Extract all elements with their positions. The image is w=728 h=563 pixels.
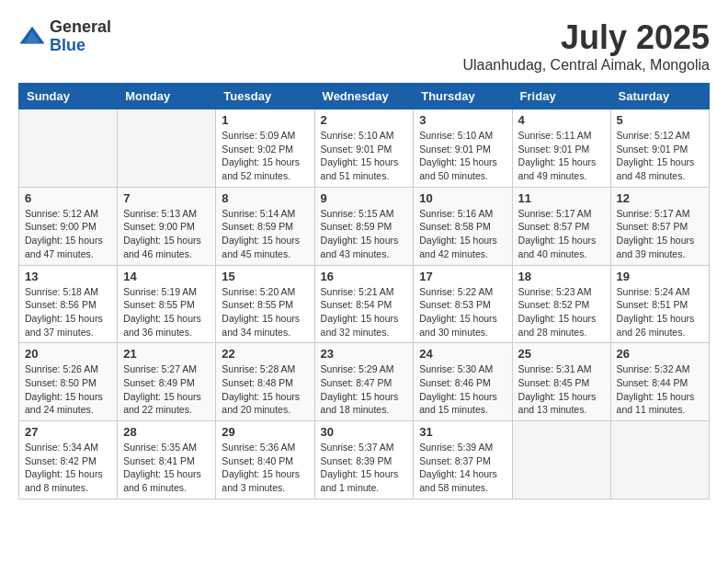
day-number: 16 [321, 270, 408, 283]
calendar-cell: 8Sunrise: 5:14 AM Sunset: 8:59 PM Daylig… [216, 187, 314, 265]
logo-blue-text: Blue [50, 37, 111, 55]
day-number: 18 [518, 270, 605, 283]
calendar-cell: 29Sunrise: 5:36 AM Sunset: 8:40 PM Dayli… [216, 421, 314, 500]
calendar-cell [610, 421, 709, 500]
weekday-header-tuesday: Tuesday [216, 84, 314, 109]
calendar-cell: 28Sunrise: 5:35 AM Sunset: 8:41 PM Dayli… [118, 421, 216, 500]
calendar-cell: 19Sunrise: 5:24 AM Sunset: 8:51 PM Dayli… [610, 265, 709, 343]
day-info: Sunrise: 5:31 AM Sunset: 8:45 PM Dayligh… [518, 362, 605, 417]
day-info: Sunrise: 5:28 AM Sunset: 8:48 PM Dayligh… [222, 362, 308, 417]
calendar-week-4: 20Sunrise: 5:26 AM Sunset: 8:50 PM Dayli… [19, 343, 710, 421]
day-info: Sunrise: 5:16 AM Sunset: 8:58 PM Dayligh… [419, 207, 506, 261]
day-number: 14 [123, 270, 210, 283]
day-number: 19 [617, 270, 703, 283]
day-info: Sunrise: 5:19 AM Sunset: 8:55 PM Dayligh… [123, 285, 210, 339]
day-number: 28 [123, 425, 210, 439]
day-number: 27 [25, 425, 111, 439]
weekday-header-wednesday: Wednesday [314, 84, 414, 109]
day-number: 7 [123, 191, 210, 205]
calendar-cell: 2Sunrise: 5:10 AM Sunset: 9:01 PM Daylig… [314, 109, 414, 188]
day-info: Sunrise: 5:24 AM Sunset: 8:51 PM Dayligh… [617, 285, 703, 339]
calendar-cell: 7Sunrise: 5:13 AM Sunset: 9:00 PM Daylig… [118, 187, 216, 265]
calendar-cell: 24Sunrise: 5:30 AM Sunset: 8:46 PM Dayli… [414, 343, 512, 421]
calendar-cell: 1Sunrise: 5:09 AM Sunset: 9:02 PM Daylig… [216, 109, 314, 188]
day-info: Sunrise: 5:18 AM Sunset: 8:56 PM Dayligh… [25, 285, 111, 339]
calendar-cell: 30Sunrise: 5:37 AM Sunset: 8:39 PM Dayli… [314, 421, 414, 500]
day-info: Sunrise: 5:14 AM Sunset: 8:59 PM Dayligh… [222, 207, 308, 261]
day-info: Sunrise: 5:26 AM Sunset: 8:50 PM Dayligh… [25, 362, 111, 417]
day-number: 3 [419, 113, 506, 127]
weekday-header-row: SundayMondayTuesdayWednesdayThursdayFrid… [19, 84, 710, 109]
logo-general-text: General [50, 18, 111, 37]
day-info: Sunrise: 5:29 AM Sunset: 8:47 PM Dayligh… [321, 362, 408, 417]
day-info: Sunrise: 5:10 AM Sunset: 9:01 PM Dayligh… [321, 129, 408, 183]
day-info: Sunrise: 5:09 AM Sunset: 9:02 PM Dayligh… [222, 129, 308, 183]
calendar-table: SundayMondayTuesdayWednesdayThursdayFrid… [18, 83, 710, 500]
day-info: Sunrise: 5:12 AM Sunset: 9:01 PM Dayligh… [617, 129, 703, 183]
calendar-cell [118, 109, 216, 188]
day-info: Sunrise: 5:35 AM Sunset: 8:41 PM Dayligh… [123, 441, 210, 495]
calendar-cell: 17Sunrise: 5:22 AM Sunset: 8:53 PM Dayli… [414, 265, 512, 343]
calendar-cell: 9Sunrise: 5:15 AM Sunset: 8:59 PM Daylig… [314, 187, 414, 265]
calendar-cell: 20Sunrise: 5:26 AM Sunset: 8:50 PM Dayli… [19, 343, 118, 421]
calendar-cell: 6Sunrise: 5:12 AM Sunset: 9:00 PM Daylig… [19, 187, 118, 265]
day-number: 12 [617, 191, 703, 205]
calendar-week-3: 13Sunrise: 5:18 AM Sunset: 8:56 PM Dayli… [19, 265, 710, 343]
day-info: Sunrise: 5:36 AM Sunset: 8:40 PM Dayligh… [222, 441, 308, 495]
calendar-cell: 15Sunrise: 5:20 AM Sunset: 8:55 PM Dayli… [216, 265, 314, 343]
month-year-title: July 2025 [462, 18, 710, 57]
calendar-cell: 16Sunrise: 5:21 AM Sunset: 8:54 PM Dayli… [314, 265, 414, 343]
day-number: 30 [321, 425, 408, 439]
calendar-cell: 5Sunrise: 5:12 AM Sunset: 9:01 PM Daylig… [610, 109, 709, 188]
day-number: 5 [617, 113, 703, 127]
calendar-cell [19, 109, 118, 188]
calendar-cell: 10Sunrise: 5:16 AM Sunset: 8:58 PM Dayli… [414, 187, 512, 265]
day-info: Sunrise: 5:30 AM Sunset: 8:46 PM Dayligh… [419, 362, 506, 417]
day-number: 10 [419, 191, 506, 205]
logo: General Blue [18, 18, 111, 55]
day-info: Sunrise: 5:39 AM Sunset: 8:37 PM Dayligh… [419, 441, 506, 495]
day-number: 4 [518, 113, 605, 127]
weekday-header-monday: Monday [118, 84, 216, 109]
weekday-header-friday: Friday [512, 84, 610, 109]
day-info: Sunrise: 5:20 AM Sunset: 8:55 PM Dayligh… [222, 285, 308, 339]
day-info: Sunrise: 5:10 AM Sunset: 9:01 PM Dayligh… [419, 129, 506, 183]
day-info: Sunrise: 5:15 AM Sunset: 8:59 PM Dayligh… [321, 207, 408, 261]
day-number: 13 [25, 270, 111, 283]
day-number: 22 [222, 347, 308, 361]
calendar-week-2: 6Sunrise: 5:12 AM Sunset: 9:00 PM Daylig… [19, 187, 710, 265]
day-info: Sunrise: 5:21 AM Sunset: 8:54 PM Dayligh… [321, 285, 408, 339]
calendar-week-5: 27Sunrise: 5:34 AM Sunset: 8:42 PM Dayli… [19, 421, 710, 500]
calendar-cell: 13Sunrise: 5:18 AM Sunset: 8:56 PM Dayli… [19, 265, 118, 343]
day-number: 17 [419, 270, 506, 283]
calendar-cell: 25Sunrise: 5:31 AM Sunset: 8:45 PM Dayli… [512, 343, 610, 421]
calendar-cell: 22Sunrise: 5:28 AM Sunset: 8:48 PM Dayli… [216, 343, 314, 421]
day-number: 20 [25, 347, 111, 361]
day-info: Sunrise: 5:13 AM Sunset: 9:00 PM Dayligh… [123, 207, 210, 261]
logo-icon [18, 23, 46, 51]
day-info: Sunrise: 5:27 AM Sunset: 8:49 PM Dayligh… [123, 362, 210, 417]
calendar-cell: 12Sunrise: 5:17 AM Sunset: 8:57 PM Dayli… [610, 187, 709, 265]
title-block: July 2025 Ulaanhudag, Central Aimak, Mon… [462, 18, 710, 74]
location-subtitle: Ulaanhudag, Central Aimak, Mongolia [462, 57, 710, 74]
calendar-cell [512, 421, 610, 500]
calendar-cell: 18Sunrise: 5:23 AM Sunset: 8:52 PM Dayli… [512, 265, 610, 343]
day-info: Sunrise: 5:17 AM Sunset: 8:57 PM Dayligh… [617, 207, 703, 261]
logo-text: General Blue [50, 18, 111, 55]
day-info: Sunrise: 5:22 AM Sunset: 8:53 PM Dayligh… [419, 285, 506, 339]
day-number: 31 [419, 425, 506, 439]
day-info: Sunrise: 5:12 AM Sunset: 9:00 PM Dayligh… [25, 207, 111, 261]
day-number: 2 [321, 113, 408, 127]
calendar-cell: 21Sunrise: 5:27 AM Sunset: 8:49 PM Dayli… [118, 343, 216, 421]
weekday-header-thursday: Thursday [414, 84, 512, 109]
day-number: 24 [419, 347, 506, 361]
day-info: Sunrise: 5:11 AM Sunset: 9:01 PM Dayligh… [518, 129, 605, 183]
day-number: 26 [617, 347, 703, 361]
calendar-cell: 11Sunrise: 5:17 AM Sunset: 8:57 PM Dayli… [512, 187, 610, 265]
weekday-header-sunday: Sunday [19, 84, 118, 109]
calendar-cell: 23Sunrise: 5:29 AM Sunset: 8:47 PM Dayli… [314, 343, 414, 421]
day-info: Sunrise: 5:37 AM Sunset: 8:39 PM Dayligh… [321, 441, 408, 495]
day-number: 6 [25, 191, 111, 205]
day-info: Sunrise: 5:32 AM Sunset: 8:44 PM Dayligh… [617, 362, 703, 417]
calendar-cell: 14Sunrise: 5:19 AM Sunset: 8:55 PM Dayli… [118, 265, 216, 343]
